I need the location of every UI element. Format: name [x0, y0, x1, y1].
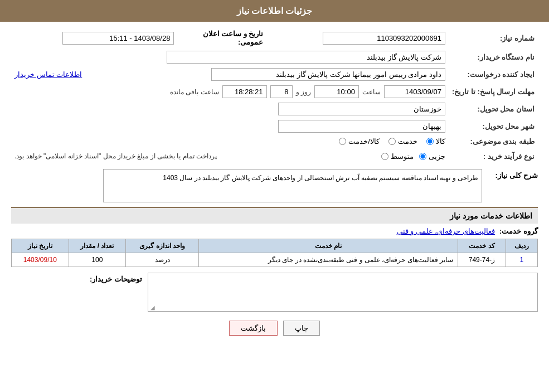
radio-motavaset-label: متوسط [391, 152, 414, 161]
cell-radif: 1 [506, 253, 537, 267]
radio-kala-label: کالا [436, 137, 445, 146]
radio-jezei[interactable] [419, 153, 426, 160]
col-radif: ردیف [506, 239, 537, 253]
row-shahr: شهر محل تحویل: بهبهان [11, 118, 538, 135]
sharh-section: شرح کلی نیاز: طراحی و تهیه اسناد مناقصه … [11, 169, 538, 202]
radio-jezei-label: جزیی [429, 152, 445, 161]
radio-khadamat-label: خدمت [398, 137, 417, 146]
nave-farayand-content: متوسط جزیی پرداخت تمام یا بخشی از مبلغ خ… [11, 148, 449, 164]
mohlat-values: 1403/09/07 ساعت 10:00 روز و 8 18:28:21 س… [11, 83, 449, 100]
col-kod: کد خدمت [458, 239, 506, 253]
shomare-niaz-box: 1103093202000691 [323, 32, 445, 45]
radio-motavaset-item: متوسط [381, 152, 414, 161]
col-vahed: واحد اندازه گیری [126, 239, 199, 253]
radio-kala-khadamat-label: کالا/خدمت [348, 137, 380, 146]
info-table: شماره نیاز: 1103093202000691 تاریخ و ساع… [11, 27, 538, 164]
radio-khadamat[interactable] [388, 138, 396, 145]
ijadkonande-row: داود مرادی رییس امور بیمانها شرکت پالایش… [11, 66, 449, 83]
namdastgah-label: نام دستگاه خریدار: [449, 49, 538, 66]
namdastgah-box: شرکت پالایش گاز بیدبلند [167, 51, 445, 64]
sharh-label: شرح کلی نیاز: [488, 169, 538, 180]
shomare-niaz-label: شماره نیاز: [449, 27, 538, 49]
ostan-box: خوزستان [278, 103, 445, 115]
page-wrapper: جزئیات اطلاعات نیاز شماره نیاز: 11030932… [0, 0, 549, 392]
time-remaining-box: 18:28:21 [222, 85, 267, 98]
row-shomare-tarikh: شماره نیاز: 1103093202000691 تاریخ و ساع… [11, 27, 538, 49]
cell-vahed: درصد [126, 253, 199, 267]
col-tedad: تعداد / مقدار [69, 239, 126, 253]
back-button[interactable]: بازگشت [229, 321, 278, 336]
tarikh-elan-box: 1403/08/28 - 15:11 [62, 32, 174, 45]
ostan-label: استان محل تحویل: [449, 100, 538, 118]
tabaqebandi-radios: کالا/خدمت خدمت کالا [11, 135, 449, 148]
ostan-value: خوزستان [11, 100, 449, 118]
row-tabaqebandi: طبقه بندی موضوعی: کالا/خدمت خدمت کالا [11, 135, 538, 148]
shahr-box: بهبهان [278, 120, 445, 133]
button-row: چاپ بازگشت [11, 321, 538, 336]
ijadkonande-label: ایجاد کننده درخواست: [449, 66, 538, 83]
radio-motavaset[interactable] [381, 153, 388, 160]
ijadkonande-box: داود مرادی رییس امور بیمانها شرکت پالایش… [211, 68, 445, 81]
buyer-desc-section: ◢ توضیحات خریدار: [11, 273, 538, 312]
page-title: جزئیات اطلاعات نیاز [237, 6, 313, 16]
nave-farayand-label: نوع فرآیند خرید : [449, 148, 538, 164]
roz-box: 8 [270, 85, 293, 98]
radio-khadamat-item: خدمت [388, 137, 417, 146]
print-button[interactable]: چاپ [283, 321, 320, 336]
shahr-value: بهبهان [11, 118, 449, 135]
service-group-row: گروه خدمت: فعالیت‌های حرفه‌ای، علمی و فن… [11, 227, 538, 235]
services-section-title: اطلاعات خدمات مورد نیاز [11, 207, 538, 224]
col-tarikh: تاریخ نیاز [12, 239, 69, 253]
cell-tedad: 100 [69, 253, 126, 267]
tousehat-label: توضیحات خریدار: [90, 273, 142, 283]
roz-label: روز و [296, 88, 311, 96]
services-table: ردیف کد خدمت نام خدمت واحد اندازه گیری ت… [11, 239, 538, 267]
shomare-niaz-value: 1103093202000691 [266, 27, 449, 49]
buyer-desc-box: ◢ [148, 273, 538, 312]
cell-nam: سایر فعالیت‌های حرفه‌ای، علمی و فنی طبقه… [199, 253, 458, 267]
mohlat-label: مهلت ارسال پاسخ: تا تاریخ: [449, 83, 538, 100]
tabaqebandi-label: طبقه بندی موضوعی: [449, 135, 538, 148]
col-nam: نام خدمت [199, 239, 458, 253]
sharh-value: طراحی و تهیه اسناد مناقصه سیستم تصفیه آب… [163, 174, 478, 182]
radio-kala-item: کالا [426, 137, 445, 146]
date-box: 1403/09/07 [384, 85, 445, 98]
shahr-label: شهر محل تحویل: [449, 118, 538, 135]
resize-handle: ◢ [149, 304, 155, 310]
cell-tarikh: 1403/09/10 [12, 253, 69, 267]
row-nave-farayand: نوع فرآیند خرید : متوسط جزیی [11, 148, 538, 164]
saat-mande-label: ساعت باقی مانده [170, 88, 219, 96]
page-header: جزئیات اطلاعات نیاز [0, 0, 549, 22]
cell-kod: ز-74-749 [458, 253, 506, 267]
tarikh-elan-value: 1403/08/28 - 15:11 [11, 27, 177, 49]
row-namdastgah: نام دستگاه خریدار: شرکت پالایش گاز بیدبل… [11, 49, 538, 66]
row-ostan: استان محل تحویل: خوزستان [11, 100, 538, 118]
purchase-radios: متوسط جزیی [381, 152, 445, 161]
ettelaat-tamas-link[interactable]: اطلاعات تماس خریدار [14, 70, 82, 79]
row-ijadkonande: ایجاد کننده درخواست: داود مرادی رییس امو… [11, 66, 538, 83]
table-header-row: ردیف کد خدمت نام خدمت واحد اندازه گیری ت… [12, 239, 538, 253]
tarikh-elan-label: تاریخ و ساعت اعلان عمومی: [177, 27, 266, 49]
radio-kala-khadamat-item: کالا/خدمت [339, 137, 380, 146]
sharh-box: طراحی و تهیه اسناد مناقصه سیستم تصفیه آب… [103, 169, 482, 202]
saat-label: ساعت [362, 88, 381, 96]
table-row: 1 ز-74-749 سایر فعالیت‌های حرفه‌ای، علمی… [12, 253, 538, 267]
saat-box: 10:00 [314, 85, 359, 98]
radio-kala-khadamat[interactable] [339, 138, 346, 145]
main-content: شماره نیاز: 1103093202000691 تاریخ و ساع… [0, 22, 549, 350]
purchase-note: پرداخت تمام یا بخشی از مبلغ خریداز محل "… [14, 150, 217, 162]
namdastgah-value: شرکت پالایش گاز بیدبلند [11, 49, 449, 66]
radio-kala[interactable] [426, 138, 434, 145]
group-khadamat-label: گروه خدمت: [499, 227, 538, 235]
radio-jezei-item: جزیی [419, 152, 445, 161]
row-mohlat: مهلت ارسال پاسخ: تا تاریخ: 1403/09/07 سا… [11, 83, 538, 100]
group-khadamat-value[interactable]: فعالیت‌های حرفه‌ای، علمی و فنی [397, 227, 495, 235]
